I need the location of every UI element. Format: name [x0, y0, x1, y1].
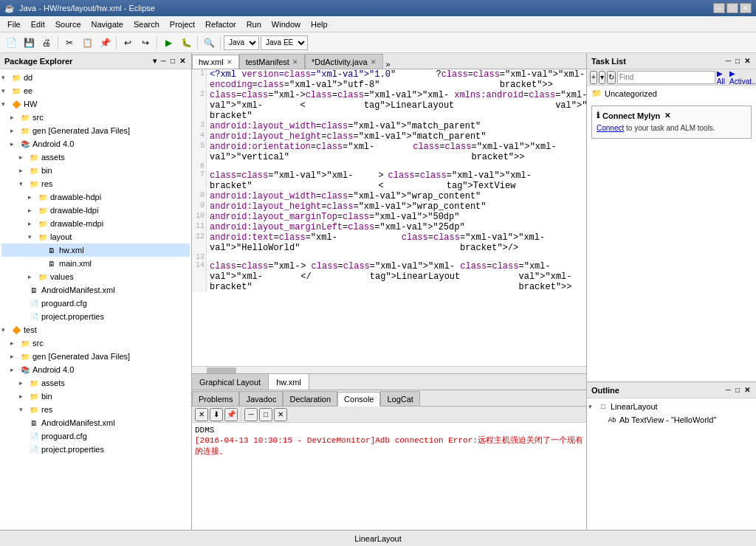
- task-filter-btn[interactable]: ▾: [599, 71, 605, 84]
- explorer-minimize-btn[interactable]: ─: [159, 57, 168, 65]
- console-scroll-end-btn[interactable]: ⬇: [210, 408, 223, 421]
- console-tab-console[interactable]: Console: [337, 392, 380, 407]
- tree-item-hw[interactable]: ▾ 🔶 HW: [1, 97, 190, 111]
- task-new-btn[interactable]: +: [590, 71, 597, 84]
- menu-item-run[interactable]: Run: [242, 18, 266, 30]
- menu-item-help[interactable]: Help: [306, 18, 332, 30]
- outline-minimize-btn[interactable]: ─: [724, 386, 732, 394]
- task-search-input[interactable]: [617, 71, 715, 84]
- tree-item-test[interactable]: ▾ 🔶 test: [1, 323, 190, 336]
- task-maximize-btn[interactable]: □: [734, 57, 741, 65]
- editor-tab-hw-xml[interactable]: hw.xml✕: [192, 55, 239, 69]
- outline-item-ab-textview----helloworld-[interactable]: Ab Ab TextView - "HelloWorld": [588, 413, 755, 426]
- tree-item-hw-xml[interactable]: 🗎 hw.xml: [1, 243, 190, 257]
- tree-item-src[interactable]: ▸ 📁 src: [1, 336, 190, 350]
- console-pin-btn[interactable]: 📌: [224, 408, 238, 421]
- tree-item-res[interactable]: ▾ 📁 res: [1, 177, 190, 190]
- paste-button[interactable]: 📌: [97, 35, 113, 51]
- console-maximize-btn[interactable]: □: [259, 408, 272, 421]
- editor-tab-testmanifest[interactable]: testManifest✕: [239, 54, 305, 69]
- maximize-button[interactable]: □: [726, 3, 738, 13]
- console-clear-btn[interactable]: ✕: [195, 408, 208, 421]
- task-filter-active[interactable]: ▶ Activat...: [729, 69, 756, 86]
- search-button[interactable]: 🔍: [201, 35, 217, 51]
- file-tree[interactable]: ▾ 📁 dd▾ 📁 ee▾ 🔶 HW▸ 📁 src▸ 📁 gen [Genera…: [0, 69, 191, 530]
- bottom-tab-graphical-layout[interactable]: Graphical Layout: [192, 374, 269, 390]
- undo-button[interactable]: ↩: [120, 35, 136, 51]
- task-minimize-btn[interactable]: ─: [724, 57, 732, 65]
- menu-item-edit[interactable]: Edit: [27, 18, 49, 30]
- tab-close-btn[interactable]: ✕: [371, 58, 377, 66]
- tab-close-btn[interactable]: ✕: [227, 58, 233, 66]
- tree-item-layout[interactable]: ▾ 📁 layout: [1, 230, 190, 243]
- tree-item-drawable-ldpi[interactable]: ▸ 📁 drawable-ldpi: [1, 204, 190, 217]
- menu-item-search[interactable]: Search: [129, 18, 164, 30]
- console-tab-declaration[interactable]: Declaration: [283, 391, 337, 406]
- cut-button[interactable]: ✂: [61, 35, 78, 51]
- tree-item-main-xml[interactable]: 🗎 main.xml: [1, 257, 190, 270]
- console-minimize-btn[interactable]: ─: [244, 408, 258, 421]
- perspective-javaee[interactable]: Java EE: [261, 35, 308, 50]
- mylyn-close-btn[interactable]: ✕: [663, 111, 672, 120]
- tree-item-bin[interactable]: ▸ 📁 bin: [1, 164, 190, 177]
- tree-item-res[interactable]: ▾ 📁 res: [1, 403, 190, 416]
- new-button[interactable]: 📄: [3, 35, 19, 51]
- tree-item-androidmanifest-xml[interactable]: 🗎 AndroidManifest.xml: [1, 416, 190, 429]
- outline-tree[interactable]: ▾ □ LinearLayout Ab Ab TextView - "Hello…: [587, 398, 756, 530]
- run-button[interactable]: ▶: [160, 35, 176, 51]
- print-button[interactable]: 🖨: [38, 35, 55, 51]
- tree-item-bin[interactable]: ▸ 📁 bin: [1, 390, 190, 403]
- explorer-close-btn[interactable]: ✕: [178, 57, 187, 65]
- menu-item-navigate[interactable]: Navigate: [87, 18, 128, 30]
- menu-item-window[interactable]: Window: [267, 18, 305, 30]
- console-tab-logcat[interactable]: LogCat: [380, 391, 419, 406]
- tree-item-project-properties[interactable]: 📄 project.properties: [1, 310, 190, 323]
- tab-overflow-btn[interactable]: »: [383, 60, 394, 69]
- console-tab-javadoc[interactable]: Javadoc: [239, 391, 283, 406]
- tree-item-proguard-cfg[interactable]: 📄 proguard.cfg: [1, 429, 190, 443]
- tree-item-gen--generated-java-files-[interactable]: ▸ 📁 gen [Generated Java Files]: [1, 124, 190, 137]
- tree-item-drawable-mdpi[interactable]: ▸ 📁 drawable-mdpi: [1, 217, 190, 230]
- menu-item-file[interactable]: File: [3, 18, 25, 30]
- code-editor[interactable]: 1 <?xml version=class="xml-val">"1.0" en…: [192, 69, 586, 366]
- redo-button[interactable]: ↪: [137, 35, 154, 51]
- tree-item-ee[interactable]: ▾ 📁 ee: [1, 84, 190, 97]
- bottom-tab-hw.xml[interactable]: hw.xml: [269, 374, 309, 390]
- hscroll-thumb[interactable]: [207, 367, 236, 373]
- outline-maximize-btn[interactable]: □: [734, 386, 741, 394]
- explorer-collapse-btn[interactable]: ▾: [151, 57, 158, 65]
- perspective-java[interactable]: Java: [224, 35, 259, 50]
- task-close-btn[interactable]: ✕: [743, 57, 752, 65]
- tree-item-android-4-0[interactable]: ▸ 📚 Android 4.0: [1, 363, 190, 376]
- tree-item-android-4-0[interactable]: ▸ 📚 Android 4.0: [1, 137, 190, 151]
- explorer-maximize-btn[interactable]: □: [169, 57, 176, 65]
- menu-item-refactor[interactable]: Refactor: [201, 18, 241, 30]
- tree-item-assets[interactable]: ▸ 📁 assets: [1, 151, 190, 164]
- tree-item-assets[interactable]: ▸ 📁 assets: [1, 376, 190, 390]
- debug-button[interactable]: 🐛: [178, 35, 194, 51]
- task-filter-all[interactable]: ▶ All: [717, 69, 725, 86]
- menu-item-source[interactable]: Source: [51, 18, 86, 30]
- tree-item-androidmanifest-xml[interactable]: 🗎 AndroidManifest.xml: [1, 283, 190, 297]
- editor-tab--ddactivity-java[interactable]: *DdActivity.java✕: [305, 54, 383, 69]
- tree-item-gen--generated-java-files-[interactable]: ▸ 📁 gen [Generated Java Files]: [1, 350, 190, 363]
- minimize-button[interactable]: ─: [713, 3, 725, 13]
- copy-button[interactable]: 📋: [79, 35, 95, 51]
- editor-hscrollbar[interactable]: [192, 366, 586, 373]
- menu-item-project[interactable]: Project: [165, 18, 199, 30]
- console-tab-problems[interactable]: Problems: [192, 391, 239, 406]
- tree-item-drawable-hdpi[interactable]: ▸ 📁 drawable-hdpi: [1, 190, 190, 204]
- task-sync-btn[interactable]: ↻: [607, 71, 616, 84]
- console-close-btn[interactable]: ✕: [274, 408, 287, 421]
- task-uncategorized[interactable]: 📁 Uncategorized: [588, 87, 755, 100]
- tree-item-dd[interactable]: ▾ 📁 dd: [1, 71, 190, 84]
- close-button[interactable]: ✕: [740, 3, 752, 13]
- mylyn-connect-link[interactable]: Connect: [597, 124, 624, 132]
- tab-close-btn[interactable]: ✕: [292, 58, 298, 66]
- tree-item-proguard-cfg[interactable]: 📄 proguard.cfg: [1, 297, 190, 310]
- outline-item-linearlayout[interactable]: ▾ □ LinearLayout: [588, 400, 755, 413]
- tree-item-values[interactable]: ▸ 📁 values: [1, 270, 190, 283]
- tree-item-src[interactable]: ▸ 📁 src: [1, 111, 190, 124]
- tree-item-project-properties[interactable]: 📄 project.properties: [1, 443, 190, 456]
- save-button[interactable]: 💾: [21, 35, 37, 51]
